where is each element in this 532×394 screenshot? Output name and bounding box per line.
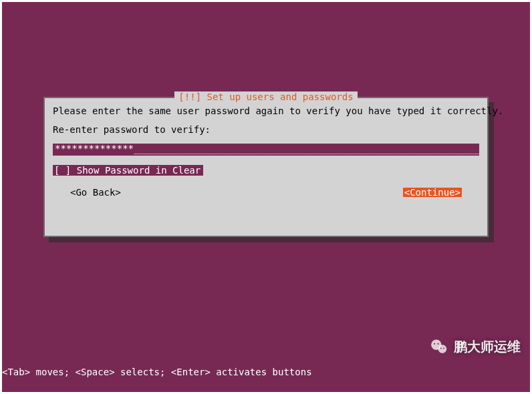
password-input[interactable]: **************__________________________… xyxy=(53,144,479,156)
svg-point-1 xyxy=(438,345,447,353)
go-back-button[interactable]: <Go Back> xyxy=(70,188,121,197)
instruction-text: Please enter the same user password agai… xyxy=(53,106,479,116)
continue-button[interactable]: <Continue> xyxy=(403,188,462,197)
installer-screen: [!!] Set up users and passwords Please e… xyxy=(0,0,532,394)
password-underline: ________________________________________… xyxy=(134,144,479,154)
dialog-body: Please enter the same user password agai… xyxy=(45,98,487,197)
status-bar: <Tab> moves; <Space> selects; <Enter> ac… xyxy=(2,367,312,377)
dialog-title: [!!] Set up users and passwords xyxy=(174,91,357,102)
svg-point-2 xyxy=(434,343,435,345)
watermark-text: 鹏大师运维 xyxy=(454,340,521,353)
svg-point-4 xyxy=(440,348,442,349)
svg-point-5 xyxy=(443,348,444,349)
wechat-icon xyxy=(430,337,448,356)
password-masked-value: ************** xyxy=(53,144,134,154)
button-row: <Go Back> <Continue> xyxy=(53,188,479,197)
svg-point-3 xyxy=(437,343,438,345)
password-dialog: [!!] Set up users and passwords Please e… xyxy=(43,97,489,237)
show-password-checkbox[interactable]: [ ] Show Password in Clear xyxy=(53,165,203,176)
field-label: Re-enter password to verify: xyxy=(53,125,479,134)
checkbox-label: Show Password in Clear xyxy=(77,165,201,176)
checkbox-state: [ ] xyxy=(54,165,71,176)
dialog-container: [!!] Set up users and passwords Please e… xyxy=(43,97,489,237)
dialog-title-bar: [!!] Set up users and passwords xyxy=(45,92,487,102)
watermark: 鹏大师运维 xyxy=(430,337,521,356)
